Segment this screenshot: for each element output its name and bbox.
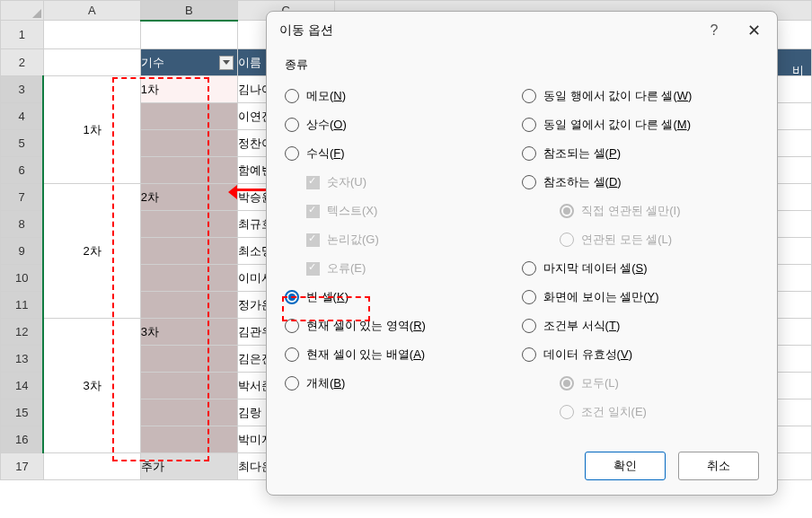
- label-direct-only: 직접 연관된 셀만(I): [581, 203, 681, 219]
- radio-formulas[interactable]: [285, 146, 299, 161]
- row-header-1[interactable]: 1: [1, 21, 44, 49]
- row-header-7[interactable]: 7: [1, 184, 44, 211]
- radio-conditional-format[interactable]: [522, 319, 536, 333]
- row-header-14[interactable]: 14: [1, 373, 44, 399]
- header-gisu[interactable]: 기수: [140, 49, 237, 76]
- radio-direct-only: [560, 204, 574, 218]
- cell-B14[interactable]: [140, 373, 237, 399]
- row-header-10[interactable]: 10: [1, 265, 44, 292]
- ok-button[interactable]: 확인: [585, 452, 666, 480]
- label-memo[interactable]: 메모(N): [306, 88, 346, 104]
- col-header-B[interactable]: B: [140, 1, 237, 21]
- checkbox-errors: [306, 262, 320, 276]
- radio-precedents[interactable]: [522, 146, 536, 161]
- label-validation-all: 모두(L): [581, 375, 619, 391]
- cell-B6[interactable]: [140, 157, 237, 184]
- radio-data-validation[interactable]: [522, 347, 536, 362]
- label-errors: 오류(E): [327, 260, 366, 277]
- row-header-4[interactable]: 4: [1, 103, 44, 130]
- label-current-array[interactable]: 현재 셀이 있는 배열(A): [306, 347, 425, 363]
- label-all-levels: 연관된 모든 셀(L): [581, 232, 672, 248]
- cell-B11[interactable]: [140, 292, 237, 319]
- label-validation-same: 조건 일치(E): [581, 404, 647, 420]
- checkbox-numbers: [306, 176, 320, 189]
- cell-A-group2[interactable]: 2차: [43, 184, 140, 319]
- help-button[interactable]: ?: [703, 22, 725, 39]
- col-header-A[interactable]: A: [43, 1, 140, 21]
- cell-B12[interactable]: 3차: [140, 319, 237, 346]
- checkbox-logicals: [306, 233, 320, 247]
- row-header-15[interactable]: 15: [1, 399, 44, 426]
- label-text: 텍스트(X): [327, 203, 377, 219]
- select-all-corner[interactable]: [1, 1, 44, 21]
- label-constants[interactable]: 상수(O): [306, 117, 347, 133]
- radio-dependents[interactable]: [522, 175, 536, 189]
- radio-objects[interactable]: [285, 376, 299, 391]
- row-header-13[interactable]: 13: [1, 346, 44, 373]
- filter-icon[interactable]: [219, 56, 234, 70]
- label-current-region[interactable]: 현재 셀이 있는 영역(R): [306, 318, 426, 334]
- cell-B9[interactable]: [140, 238, 237, 265]
- label-objects[interactable]: 개체(B): [306, 375, 345, 391]
- close-button[interactable]: ✕: [743, 21, 764, 40]
- row-header-16[interactable]: 16: [1, 426, 44, 453]
- cell-B16[interactable]: [140, 426, 237, 453]
- row-header-2[interactable]: 2: [1, 49, 44, 76]
- cell-B15[interactable]: [140, 399, 237, 426]
- radio-memo[interactable]: [285, 89, 299, 103]
- radio-current-region[interactable]: [285, 319, 299, 333]
- label-last-cell[interactable]: 마지막 데이터 셀(S): [543, 260, 648, 277]
- cell-A-group1[interactable]: 1차: [43, 76, 140, 184]
- radio-constants[interactable]: [285, 118, 299, 132]
- label-dependents[interactable]: 참조하는 셀(D): [543, 174, 622, 190]
- cell-B13[interactable]: [140, 346, 237, 373]
- row-header-9[interactable]: 9: [1, 238, 44, 265]
- radio-col-diffs[interactable]: [522, 118, 536, 132]
- radio-validation-all: [560, 376, 574, 391]
- label-formulas[interactable]: 수식(F): [306, 145, 345, 162]
- radio-row-diffs[interactable]: [522, 89, 536, 103]
- section-label: 종류: [285, 57, 759, 73]
- row-header-11[interactable]: 11: [1, 292, 44, 319]
- dialog-title: 이동 옵션: [279, 22, 703, 39]
- cell-B17[interactable]: 추가: [140, 453, 237, 480]
- row-header-17[interactable]: 17: [1, 453, 44, 480]
- label-logicals: 논리값(G): [327, 232, 379, 248]
- label-row-diffs[interactable]: 동일 행에서 값이 다른 셀(W): [543, 88, 692, 104]
- label-col-diffs[interactable]: 동일 열에서 값이 다른 셀(M): [543, 117, 691, 133]
- label-precedents[interactable]: 참조되는 셀(P): [543, 145, 621, 162]
- cell-B3[interactable]: 1차: [140, 76, 237, 103]
- cell-B8[interactable]: [140, 211, 237, 238]
- goto-special-dialog: 이동 옵션 ? ✕ 종류 메모(N) 상수(O) 수식(F) 숫자(U) 텍스트…: [266, 11, 778, 496]
- cell-B7[interactable]: 2차: [140, 184, 237, 211]
- row-header-12[interactable]: 12: [1, 319, 44, 346]
- label-numbers: 숫자(U): [327, 174, 366, 190]
- label-data-validation[interactable]: 데이터 유효성(V): [543, 347, 632, 363]
- row-header-5[interactable]: 5: [1, 130, 44, 157]
- cell-B5[interactable]: [140, 130, 237, 157]
- row-header-8[interactable]: 8: [1, 211, 44, 238]
- radio-visible-cells[interactable]: [522, 290, 536, 304]
- cell-A-group3[interactable]: 3차: [43, 319, 140, 453]
- radio-blanks[interactable]: [285, 290, 299, 304]
- label-blanks[interactable]: 빈 셀(K): [306, 289, 349, 305]
- checkbox-text: [306, 205, 320, 218]
- radio-all-levels: [560, 233, 574, 247]
- cancel-button[interactable]: 취소: [678, 452, 759, 480]
- radio-current-array[interactable]: [285, 347, 299, 362]
- label-conditional-format[interactable]: 조건부 서식(T): [543, 318, 620, 334]
- row-header-6[interactable]: 6: [1, 157, 44, 184]
- cell-B4[interactable]: [140, 103, 237, 130]
- radio-validation-same: [560, 405, 574, 419]
- cell-B10[interactable]: [140, 265, 237, 292]
- row-header-3[interactable]: 3: [1, 76, 44, 103]
- radio-last-cell[interactable]: [522, 261, 536, 276]
- label-visible-cells[interactable]: 화면에 보이는 셀만(Y): [543, 289, 659, 305]
